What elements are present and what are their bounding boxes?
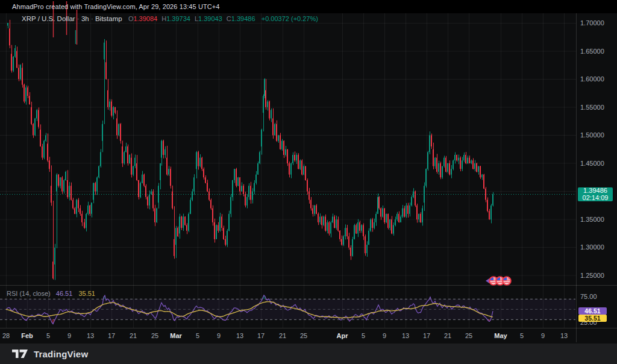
svg-text:1.45000: 1.45000	[580, 160, 604, 167]
rsi-value: 46.51	[56, 290, 73, 297]
svg-text:25: 25	[465, 332, 472, 339]
svg-text:5: 5	[196, 332, 199, 339]
tradingview-brand[interactable]: TradingView	[34, 349, 88, 359]
svg-text:Mar: Mar	[170, 332, 182, 339]
change-value: +0.00372 (+0.27%)	[262, 15, 318, 22]
rsi-value-badge: 46.51	[578, 307, 607, 315]
symbol-title[interactable]: XRP / U.S. Dollar · 3h · Bitstamp	[22, 15, 122, 22]
rsi-title[interactable]: RSI (14, close)	[7, 290, 51, 297]
svg-text:5: 5	[362, 332, 365, 339]
rsi-ma-value: 35.51	[78, 290, 95, 297]
svg-text:17: 17	[108, 332, 115, 339]
svg-text:9: 9	[541, 332, 545, 339]
svg-text:21: 21	[444, 332, 451, 339]
svg-text:25: 25	[300, 332, 307, 339]
svg-text:Feb: Feb	[21, 332, 33, 339]
bar-countdown: 02:14:09	[578, 195, 613, 202]
svg-text:1.60000: 1.60000	[580, 75, 604, 83]
svg-text:17: 17	[423, 332, 430, 339]
svg-text:17: 17	[257, 332, 265, 339]
ohlc-letter: C	[227, 15, 231, 22]
ohlc-value: 1.39486	[231, 15, 255, 22]
svg-text:May: May	[494, 332, 507, 339]
svg-text:1.65000: 1.65000	[580, 48, 604, 55]
svg-text:21: 21	[279, 332, 286, 339]
svg-text:75.00: 75.00	[580, 293, 597, 300]
chart-canvas[interactable]: 1.700001.650001.600001.550001.500001.450…	[0, 0, 617, 364]
svg-text:9: 9	[217, 332, 221, 339]
tradingview-logo-icon[interactable]	[12, 350, 28, 359]
ohlc-values: O1.39084H1.39734L1.39043C1.39486	[124, 15, 255, 22]
legend-separator: ·	[91, 15, 93, 22]
symbol-exchange: Bitstamp	[95, 15, 122, 22]
footer-bar: TradingView	[0, 344, 617, 364]
svg-text:1.50000: 1.50000	[580, 131, 604, 139]
svg-text:13: 13	[87, 332, 94, 339]
svg-text:13: 13	[402, 332, 409, 339]
svg-text:13: 13	[236, 332, 243, 339]
last-price-value: 1.39486	[578, 187, 613, 195]
svg-text:Apr: Apr	[337, 332, 349, 339]
ohlc-value: 1.39734	[166, 15, 190, 22]
svg-text:1.55000: 1.55000	[580, 104, 604, 111]
ohlc-letter: H	[161, 15, 166, 22]
svg-text:25: 25	[151, 332, 158, 339]
svg-text:9: 9	[383, 332, 386, 339]
svg-text:9: 9	[67, 332, 71, 339]
svg-text:5: 5	[46, 332, 50, 339]
rsi-ma-badge: 35.51	[578, 315, 607, 322]
symbol-interval[interactable]: 3h	[81, 15, 89, 22]
svg-text:28: 28	[2, 332, 10, 339]
tradingview-snapshot: 1.700001.650001.600001.550001.500001.450…	[0, 0, 617, 364]
svg-text:21: 21	[130, 332, 137, 339]
svg-text:5: 5	[520, 332, 524, 339]
ohlc-value: 1.39043	[198, 15, 222, 22]
legend-separator: ·	[77, 15, 80, 22]
attribution-text: AhmadPro created with TradingView.com, A…	[12, 3, 220, 10]
rsi-legend: RSI (14, close) 46.51 35.51	[7, 290, 95, 297]
attribution-bar: AhmadPro created with TradingView.com, A…	[0, 0, 617, 13]
last-price-badge: 1.39486 02:14:09	[578, 187, 613, 201]
svg-text:1.25000: 1.25000	[580, 272, 604, 279]
ohlc-value: 1.39084	[133, 15, 157, 22]
svg-text:13: 13	[560, 332, 568, 339]
symbol-legend: XRP / U.S. Dollar · 3h · Bitstamp O1.390…	[22, 15, 318, 22]
svg-text:1.70000: 1.70000	[580, 19, 604, 27]
svg-text:1.30000: 1.30000	[580, 243, 604, 251]
svg-text:1.35000: 1.35000	[580, 216, 604, 223]
